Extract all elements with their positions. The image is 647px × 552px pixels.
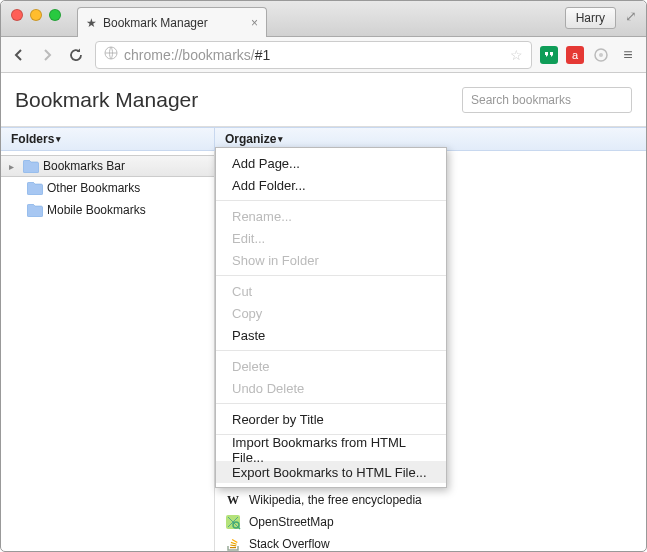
tree-item-bookmarks-bar[interactable]: ▸ Bookmarks Bar	[1, 155, 214, 177]
menu-import-html[interactable]: Import Bookmarks from HTML File...	[216, 439, 446, 461]
browser-toolbar: chrome://bookmarks/#1 ☆ a ≡	[1, 37, 646, 73]
menu-separator	[216, 275, 446, 276]
menu-separator	[216, 403, 446, 404]
main-area: ▸ Bookmarks Bar Other Bookmarks Mobile B…	[1, 151, 646, 551]
folder-icon	[27, 204, 43, 217]
menu-add-page[interactable]: Add Page...	[216, 152, 446, 174]
window-close-button[interactable]	[11, 9, 23, 21]
svg-rect-6	[230, 547, 236, 548]
menu-separator	[216, 350, 446, 351]
chrome-menu-icon[interactable]: ≡	[618, 46, 638, 64]
organize-menu: Add Page... Add Folder... Rename... Edit…	[215, 147, 447, 488]
menu-export-html[interactable]: Export Bookmarks to HTML File...	[216, 461, 446, 483]
menu-paste[interactable]: Paste	[216, 324, 446, 346]
openstreetmap-favicon	[225, 514, 241, 530]
folder-icon	[27, 182, 43, 195]
tree-item-label: Mobile Bookmarks	[47, 203, 146, 217]
bookmark-page-icon[interactable]: ☆	[510, 47, 523, 63]
window-zoom-button[interactable]	[49, 9, 61, 21]
folders-column-header[interactable]: Folders▾	[1, 128, 215, 150]
url-prefix: chrome://bookmarks/	[124, 47, 255, 63]
tree-item-mobile-bookmarks[interactable]: Mobile Bookmarks	[1, 199, 214, 221]
back-button[interactable]	[9, 45, 29, 65]
folder-icon	[23, 160, 39, 173]
menu-copy: Copy	[216, 302, 446, 324]
wikipedia-favicon: W	[225, 492, 241, 508]
tree-item-label: Bookmarks Bar	[43, 159, 125, 173]
manager-header: Bookmark Manager	[1, 73, 646, 127]
disclosure-triangle-icon[interactable]: ▸	[9, 161, 19, 172]
caret-down-icon: ▾	[278, 134, 283, 144]
url-text: chrome://bookmarks/#1	[124, 47, 270, 63]
bookmark-title: Stack Overflow	[249, 537, 330, 551]
traffic-lights	[1, 1, 61, 21]
forward-button[interactable]	[37, 45, 57, 65]
tree-item-label: Other Bookmarks	[47, 181, 140, 195]
window-titlebar: ★ Bookmark Manager × Harry ⤢	[1, 1, 646, 37]
page-title: Bookmark Manager	[15, 88, 198, 112]
bookmark-row[interactable]: Stack Overflow	[215, 533, 646, 552]
menu-cut: Cut	[216, 280, 446, 302]
search-input[interactable]	[462, 87, 632, 113]
menu-delete: Delete	[216, 355, 446, 377]
bookmark-title: OpenStreetMap	[249, 515, 334, 529]
address-bar[interactable]: chrome://bookmarks/#1 ☆	[95, 41, 532, 69]
fullscreen-icon[interactable]: ⤢	[622, 7, 640, 25]
tab-title: Bookmark Manager	[103, 16, 208, 30]
svg-rect-9	[232, 539, 238, 543]
stackoverflow-favicon	[225, 536, 241, 552]
folder-tree: ▸ Bookmarks Bar Other Bookmarks Mobile B…	[1, 151, 215, 551]
extension-icon-2[interactable]	[592, 46, 610, 64]
menu-show-in-folder: Show in Folder	[216, 249, 446, 271]
bookmark-star-icon: ★	[86, 16, 97, 30]
profile-button[interactable]: Harry	[565, 7, 616, 29]
menu-undo-delete: Undo Delete	[216, 377, 446, 399]
bookmark-row[interactable]: OpenStreetMap	[215, 511, 646, 533]
browser-tab[interactable]: ★ Bookmark Manager ×	[77, 7, 267, 37]
bookmark-row[interactable]: W Wikipedia, the free encyclopedia	[215, 489, 646, 511]
tab-close-icon[interactable]: ×	[251, 16, 258, 30]
globe-icon	[104, 46, 118, 63]
hangouts-extension-icon[interactable]	[540, 46, 558, 64]
caret-down-icon: ▾	[56, 134, 61, 144]
profile-name: Harry	[576, 11, 605, 25]
menu-reorder-by-title[interactable]: Reorder by Title	[216, 408, 446, 430]
svg-point-2	[599, 53, 603, 57]
bookmark-title: Wikipedia, the free encyclopedia	[249, 493, 422, 507]
reload-button[interactable]	[65, 44, 87, 66]
menu-add-folder[interactable]: Add Folder...	[216, 174, 446, 196]
menu-separator	[216, 200, 446, 201]
bookmarks-list: Add Page... Add Folder... Rename... Edit…	[215, 151, 646, 551]
menu-edit: Edit...	[216, 227, 446, 249]
extension-icon[interactable]: a	[566, 46, 584, 64]
tree-item-other-bookmarks[interactable]: Other Bookmarks	[1, 177, 214, 199]
svg-rect-7	[230, 544, 236, 546]
url-fragment: #1	[255, 47, 271, 63]
menu-rename: Rename...	[216, 205, 446, 227]
window-minimize-button[interactable]	[30, 9, 42, 21]
